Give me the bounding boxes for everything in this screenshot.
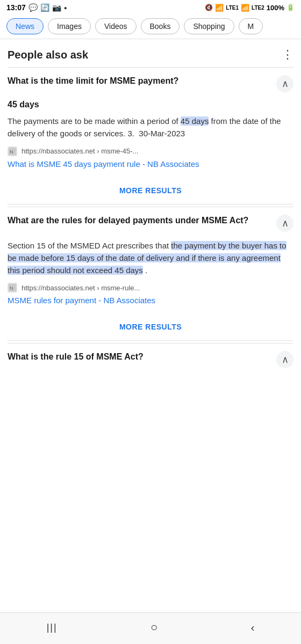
source-link-q2[interactable]: MSME rules for payment - NB Associates: [8, 296, 155, 305]
status-right: 🔇 📶 LTE1 📶 LTE2 100% 🔋: [205, 4, 295, 12]
answer-short-q1: 45 days: [8, 100, 293, 109]
accordion-question-q2[interactable]: What are the rules for delayed payments …: [8, 215, 293, 239]
favicon-q2: N: [8, 283, 17, 292]
wifi-icon: 📶: [215, 4, 224, 12]
source-link-q1[interactable]: What is MSME 45 days payment rule - NB A…: [8, 159, 199, 169]
messenger-icon: 💬: [28, 3, 38, 12]
tab-more[interactable]: M: [239, 18, 263, 34]
tab-books[interactable]: Books: [141, 18, 180, 34]
accordion-question-q3[interactable]: What is the rule 15 of MSME Act? ∧: [8, 351, 293, 377]
paa-title: People also ask: [8, 49, 88, 61]
nav-bar: ||| ○ ‹: [0, 612, 301, 644]
nav-back-icon[interactable]: ‹: [240, 619, 266, 636]
battery-icon: 🔋: [286, 4, 295, 11]
lte1-label: LTE1: [226, 5, 239, 11]
paa-header: People also ask ⋮: [8, 48, 293, 62]
lte2-label: LTE2: [252, 5, 264, 11]
accordion-item-q2: What are the rules for delayed payments …: [8, 207, 293, 341]
accordion-content-q2: Section 15 of the MSMED Act prescribes t…: [8, 239, 293, 315]
tab-shopping[interactable]: Shopping: [184, 18, 234, 34]
question-text-q3: What is the rule 15 of MSME Act?: [8, 351, 276, 363]
source-url-q1: https://nbassociates.net › msme-45-...: [22, 147, 138, 155]
tab-images[interactable]: Images: [48, 18, 91, 34]
chevron-up-icon-q1[interactable]: ∧: [276, 75, 293, 92]
accordion-item-q1: What is the time limit for MSME payment?…: [8, 67, 293, 204]
instagram-icon: 📷: [52, 3, 61, 12]
mute-icon: 🔇: [205, 4, 213, 11]
svg-text:N: N: [10, 149, 13, 155]
nav-home-icon[interactable]: ○: [140, 618, 168, 636]
battery-label: 100%: [267, 4, 284, 12]
search-tabs: News Images Videos Books Shopping M: [0, 14, 301, 39]
bottom-spacer: [0, 377, 301, 414]
chevron-up-icon-q2[interactable]: ∧: [276, 215, 293, 232]
highlight-q2: the payment by the buyer has to be made …: [8, 241, 286, 275]
source-url-q2: https://nbassociates.net › msme-rule...: [22, 284, 140, 292]
status-bar: 13:07 💬 🔄 📷 ● 🔇 📶 LTE1 📶 LTE2 100% 🔋: [0, 0, 301, 14]
answer-text-q2: Section 15 of the MSMED Act prescribes t…: [8, 239, 293, 277]
paa-more-icon[interactable]: ⋮: [282, 48, 293, 62]
question-text-q1: What is the time limit for MSME payment?: [8, 75, 276, 87]
dot-indicator: ●: [64, 5, 67, 11]
signal-icon: 📶: [241, 4, 249, 12]
status-left: 13:07 💬 🔄 📷 ●: [6, 3, 67, 12]
more-results-container-q2: MORE RESULTS: [8, 314, 293, 341]
svg-text:N: N: [10, 286, 13, 291]
answer-text-q1: The payments are to be made within a per…: [8, 115, 293, 140]
accordion-question-q1[interactable]: What is the time limit for MSME payment?…: [8, 75, 293, 100]
source-row-q1: N https://nbassociates.net › msme-45-...: [8, 147, 293, 156]
favicon-q1: N: [8, 147, 17, 156]
source-row-q2: N https://nbassociates.net › msme-rule..…: [8, 283, 293, 292]
more-results-button-q2[interactable]: MORE RESULTS: [119, 323, 182, 331]
more-results-container-q1: MORE RESULTS: [8, 178, 293, 204]
accordion-item-q3: What is the rule 15 of MSME Act? ∧: [8, 343, 293, 377]
chevron-up-icon-q3[interactable]: ∧: [276, 351, 293, 368]
status-time: 13:07: [6, 3, 26, 12]
accordion-content-q1: 45 days The payments are to be made with…: [8, 100, 293, 178]
nav-recents-icon[interactable]: |||: [36, 620, 68, 635]
question-text-q2: What are the rules for delayed payments …: [8, 215, 276, 226]
paa-section: People also ask ⋮ What is the time limit…: [0, 48, 301, 377]
highlight-q1: 45 days: [181, 116, 209, 126]
more-results-button-q1[interactable]: MORE RESULTS: [119, 186, 182, 195]
tab-news[interactable]: News: [6, 18, 44, 34]
messenger2-icon: 🔄: [40, 3, 49, 12]
tab-videos[interactable]: Videos: [95, 18, 137, 34]
